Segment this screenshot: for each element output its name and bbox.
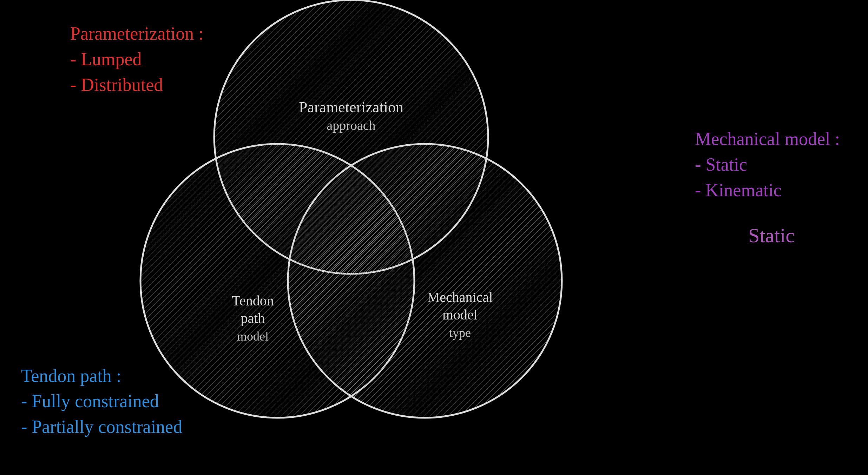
parameterization-heading: Parameterization :	[70, 24, 204, 44]
diagram-container: Parameterization approach Tendon path mo…	[0, 0, 868, 475]
circle-bl-label: Tendon	[232, 293, 274, 309]
tendon-item-fully: - Fully constrained	[21, 391, 159, 411]
static-label-detected: Static	[748, 224, 795, 247]
circle-br-label: Mechanical	[427, 289, 493, 305]
tendon-heading: Tendon path :	[21, 366, 121, 386]
tendon-label: Tendon path : - Fully constrained - Part…	[21, 363, 182, 440]
circle-bl-sublabel: path	[241, 310, 265, 326]
circle-br-sublabel2: type	[449, 326, 471, 340]
mechanical-heading: Mechanical model :	[695, 129, 840, 149]
mechanical-label: Mechanical model : - Static - Kinematic	[695, 126, 840, 203]
parameterization-label: Parameterization : - Lumped - Distribute…	[70, 21, 204, 98]
circle-br-sublabel: model	[442, 307, 478, 323]
mechanical-item-static: - Static	[695, 154, 747, 174]
circle-top-label: Parameterization	[299, 99, 403, 116]
circle-bl-sublabel2: model	[237, 329, 269, 343]
parameterization-item-distributed: - Distributed	[70, 75, 163, 95]
parameterization-item-lumped: - Lumped	[70, 49, 142, 69]
circle-top-sublabel: approach	[327, 118, 375, 133]
tendon-item-partially: - Partially constrained	[21, 417, 182, 437]
mechanical-item-kinematic: - Kinematic	[695, 180, 782, 200]
